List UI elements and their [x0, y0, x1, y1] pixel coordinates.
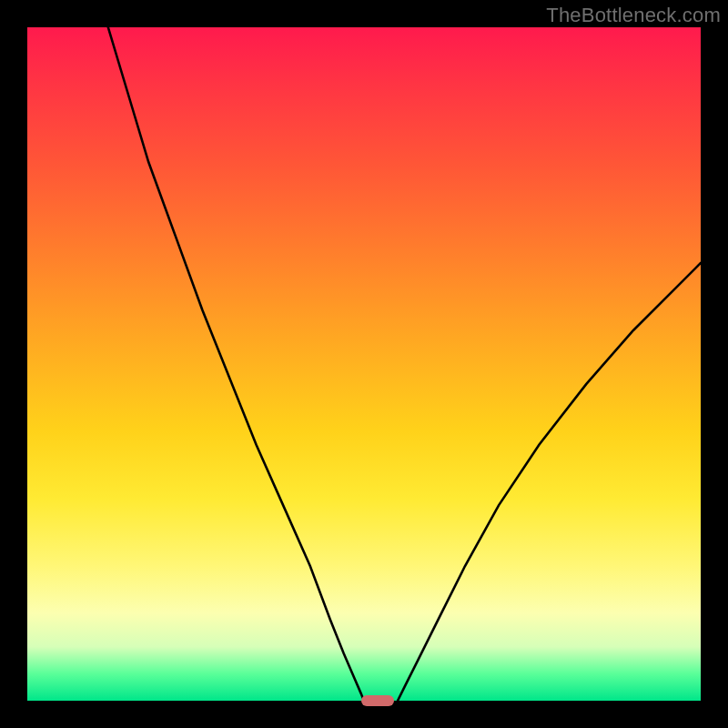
chart-frame: TheBottleneck.com: [0, 0, 728, 728]
optimum-marker: [361, 695, 394, 706]
chart-plot-area: [27, 27, 701, 701]
watermark-text: TheBottleneck.com: [546, 4, 721, 27]
bottleneck-curve: [27, 27, 701, 701]
